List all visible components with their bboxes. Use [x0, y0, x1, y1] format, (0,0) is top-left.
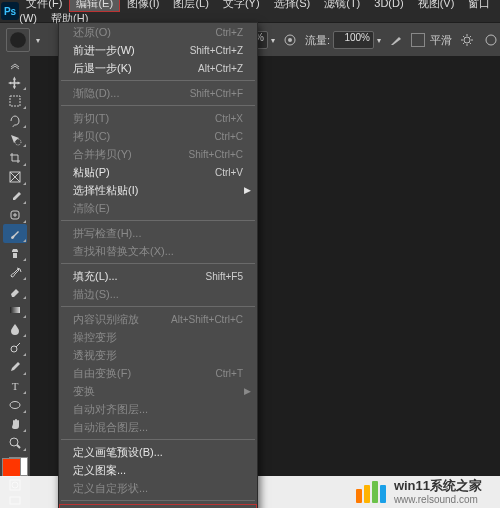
toolbox: T	[0, 56, 31, 508]
color-swatches[interactable]	[2, 458, 28, 476]
menubar-item[interactable]: 视图(V)	[411, 0, 462, 12]
menu-separator	[61, 306, 255, 307]
menubar-item[interactable]: 图像(I)	[120, 0, 166, 12]
menubar: Ps 文件(F)编辑(E)图像(I)图层(L)文字(Y)选择(S)滤镜(T)3D…	[0, 0, 500, 22]
menu-item: 自动对齐图层...	[59, 400, 257, 418]
app-window: Ps 文件(F)编辑(E)图像(I)图层(L)文字(Y)选择(S)滤镜(T)3D…	[0, 0, 500, 508]
menu-item[interactable]: 定义画笔预设(B)...	[59, 443, 257, 461]
svg-point-2	[10, 32, 26, 48]
watermark-logo-icon	[356, 481, 386, 503]
edit-menu-dropdown: 还原(O)Ctrl+Z前进一步(W)Shift+Ctrl+Z后退一步(K)Alt…	[58, 22, 258, 508]
menu-item[interactable]: 清理(R)▶	[59, 504, 257, 508]
menubar-item[interactable]: 3D(D)	[367, 0, 410, 12]
smoothing-field[interactable]: 平滑	[411, 33, 452, 48]
smoothing-label: 平滑	[430, 33, 452, 48]
menubar-item[interactable]: 选择(S)	[267, 0, 318, 12]
svg-line-16	[16, 343, 20, 347]
menu-item: 清除(E)	[59, 199, 257, 217]
svg-point-4	[288, 38, 292, 42]
tool-marquee[interactable]	[3, 91, 27, 110]
svg-text:T: T	[12, 380, 19, 392]
menu-item: 透视变形	[59, 346, 257, 364]
tool-quick-select[interactable]	[3, 129, 27, 148]
menu-item[interactable]: 粘贴(P)Ctrl+V	[59, 163, 257, 181]
chevron-down-icon[interactable]: ▾	[377, 36, 381, 45]
menubar-item[interactable]: 图层(L)	[166, 0, 215, 12]
menu-item: 变换▶	[59, 382, 257, 400]
submenu-arrow-icon: ▶	[244, 386, 251, 396]
chevron-down-icon[interactable]: ▾	[36, 36, 40, 45]
tool-frame[interactable]	[3, 167, 27, 186]
menubar-item[interactable]: 文字(Y)	[216, 0, 267, 12]
tool-eyedropper[interactable]	[3, 186, 27, 205]
chevron-down-icon[interactable]: ▾	[271, 36, 275, 45]
airbrush-icon[interactable]	[387, 31, 405, 49]
tool-move[interactable]	[3, 72, 27, 91]
menu-item[interactable]: 选择性粘贴(I)▶	[59, 181, 257, 199]
svg-rect-13	[13, 253, 17, 258]
menu-separator	[61, 500, 255, 501]
menu-item[interactable]: 后退一步(K)Alt+Ctrl+Z	[59, 59, 257, 77]
menu-separator	[61, 439, 255, 440]
tool-hand[interactable]	[3, 414, 27, 433]
flow-value[interactable]: 100%	[333, 31, 374, 49]
tool-preset-swatch[interactable]	[6, 28, 30, 52]
menu-separator	[61, 220, 255, 221]
menu-item: 自由变换(F)Ctrl+T	[59, 364, 257, 382]
submenu-arrow-icon: ▶	[244, 185, 251, 195]
tool-ellipse[interactable]	[3, 395, 27, 414]
watermark-url: www.relsound.com	[394, 494, 482, 505]
tool-clone[interactable]	[3, 243, 27, 262]
svg-rect-7	[10, 96, 20, 106]
menu-item: 定义自定形状...	[59, 479, 257, 497]
menu-item: 剪切(T)Ctrl+X	[59, 109, 257, 127]
menu-item: 操控变形	[59, 328, 257, 346]
menu-item: 内容识别缩放Alt+Shift+Ctrl+C	[59, 310, 257, 328]
watermark-text: win11系统之家	[394, 479, 482, 493]
svg-rect-14	[10, 307, 20, 313]
menu-item: 渐隐(D)...Shift+Ctrl+F	[59, 84, 257, 102]
menu-item[interactable]: 定义图案...	[59, 461, 257, 479]
foreground-color-swatch[interactable]	[2, 458, 21, 477]
menu-separator	[61, 105, 255, 106]
tool-lasso[interactable]	[3, 110, 27, 129]
menu-item: 查找和替换文本(X)...	[59, 242, 257, 260]
menubar-item[interactable]: 滤镜(T)	[317, 0, 367, 12]
menu-item: 还原(O)Ctrl+Z	[59, 23, 257, 41]
tool-blur[interactable]	[3, 319, 27, 338]
menu-item[interactable]: 前进一步(W)Shift+Ctrl+Z	[59, 41, 257, 59]
menu-separator	[61, 263, 255, 264]
tool-dodge[interactable]	[3, 338, 27, 357]
tool-healing[interactable]	[3, 205, 27, 224]
tool-zoom[interactable]	[3, 433, 27, 452]
menu-item[interactable]: 填充(L)...Shift+F5	[59, 267, 257, 285]
ps-logo-icon: Ps	[0, 0, 19, 22]
svg-point-19	[10, 438, 18, 446]
collapse-toolbox-icon[interactable]	[3, 60, 27, 72]
tool-gradient[interactable]	[3, 300, 27, 319]
menu-item: 描边(S)...	[59, 285, 257, 303]
svg-point-18	[10, 401, 20, 408]
menu-separator	[61, 80, 255, 81]
svg-point-5	[464, 37, 470, 43]
tool-type[interactable]: T	[3, 376, 27, 395]
settings-gear-icon[interactable]	[458, 31, 476, 49]
menu-item: 合并拷贝(Y)Shift+Ctrl+C	[59, 145, 257, 163]
tool-pen[interactable]	[3, 357, 27, 376]
svg-line-20	[17, 445, 20, 448]
menu-item: 拷贝(C)Ctrl+C	[59, 127, 257, 145]
svg-text:Ps: Ps	[4, 6, 17, 17]
pressure-opacity-icon[interactable]	[281, 31, 299, 49]
menu-item: 拼写检查(H)...	[59, 224, 257, 242]
menu-item: 自动混合图层...	[59, 418, 257, 436]
svg-point-6	[486, 35, 496, 45]
tool-brush[interactable]	[3, 224, 27, 243]
tool-eraser[interactable]	[3, 281, 27, 300]
flow-label: 流量:	[305, 33, 330, 48]
flow-field[interactable]: 流量: 100% ▾	[305, 31, 381, 49]
tool-history-brush[interactable]	[3, 262, 27, 281]
pressure-size-icon[interactable]	[482, 31, 500, 49]
tool-crop[interactable]	[3, 148, 27, 167]
smoothing-checkbox[interactable]	[411, 33, 425, 47]
